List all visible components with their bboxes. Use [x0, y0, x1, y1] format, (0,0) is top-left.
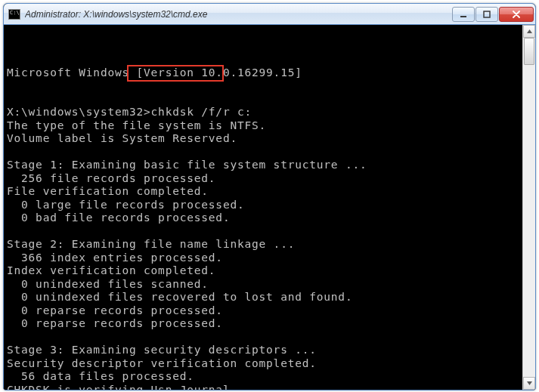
terminal-line: The type of the file system is NTFS. — [7, 119, 519, 133]
cmd-icon — [8, 9, 20, 20]
terminal-line: Microsoft Windows [Version 10.0.16299.15… — [7, 66, 519, 80]
terminal-line: Stage 1: Examining basic file system str… — [7, 159, 519, 172]
terminal-line: Stage 2: Examining file name linkage ... — [7, 238, 519, 252]
terminal-line: 0 large file records processed. — [7, 199, 519, 212]
terminal-line: 56 data files processed. — [7, 370, 519, 384]
titlebar[interactable]: Administrator: X:\windows\system32\cmd.e… — [4, 4, 535, 25]
terminal-line: Index verification completed. — [7, 264, 519, 278]
terminal-line: 366 index entries processed. — [7, 252, 519, 265]
terminal-line — [7, 331, 519, 344]
client-area: Microsoft Windows [Version 10.0.16299.15… — [4, 25, 535, 390]
terminal-line: CHKDSK is verifying Usn Journal... — [7, 384, 519, 390]
terminal-line: Stage 3: Examining security descriptors … — [7, 344, 519, 357]
terminal-line — [7, 79, 519, 93]
maximize-button[interactable] — [475, 7, 498, 22]
scrollbar-track[interactable] — [523, 38, 535, 377]
scroll-down-button[interactable] — [523, 377, 535, 390]
terminal-line: File verification completed. — [7, 185, 519, 199]
terminal-line: Security descriptor verification complet… — [7, 357, 519, 371]
terminal-line: 0 unindexed files recovered to lost and … — [7, 291, 519, 304]
scrollbar-thumb[interactable] — [524, 38, 534, 65]
terminal-output[interactable]: Microsoft Windows [Version 10.0.16299.15… — [4, 25, 522, 390]
cmd-window: Administrator: X:\windows\system32\cmd.e… — [3, 3, 536, 390]
svg-rect-0 — [460, 16, 466, 17]
terminal-line: 256 file records processed. — [7, 172, 519, 186]
terminal-line: Volume label is System Reserved. — [7, 132, 519, 146]
terminal-line: 0 reparse records processed. — [7, 317, 519, 331]
svg-rect-1 — [484, 11, 490, 17]
terminal-line: X:\windows\system32>chkdsk /f/r c: — [7, 106, 519, 119]
terminal-line: 0 reparse records processed. — [7, 304, 519, 318]
window-title: Administrator: X:\windows\system32\cmd.e… — [25, 9, 452, 20]
terminal-line — [7, 93, 519, 106]
scroll-up-button[interactable] — [523, 25, 535, 38]
terminal-line — [7, 225, 519, 239]
minimize-button[interactable] — [452, 7, 475, 22]
terminal-line: 0 unindexed files scanned. — [7, 278, 519, 292]
terminal-line — [7, 146, 519, 159]
close-button[interactable] — [499, 7, 534, 22]
window-controls — [452, 7, 534, 22]
vertical-scrollbar[interactable] — [522, 25, 535, 390]
terminal-line: 0 bad file records processed. — [7, 211, 519, 225]
